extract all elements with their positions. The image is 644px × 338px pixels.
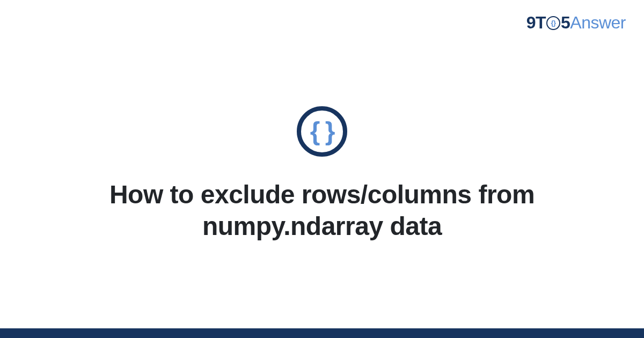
page-title: How to exclude rows/columns from numpy.n…: [64, 179, 580, 242]
logo-suffix: Answer: [570, 13, 626, 32]
logo-circle-inner: {}: [551, 19, 555, 26]
logo-circle-icon: {}: [546, 16, 560, 30]
main-content: { } How to exclude rows/columns from num…: [0, 0, 644, 338]
topic-icon: { }: [297, 106, 347, 157]
logo-prefix: 9T: [526, 13, 546, 32]
footer-bar: [0, 328, 644, 338]
logo-mid: 5: [561, 13, 570, 32]
site-logo: 9T{}5Answer: [526, 13, 626, 33]
braces-icon: { }: [310, 119, 334, 144]
